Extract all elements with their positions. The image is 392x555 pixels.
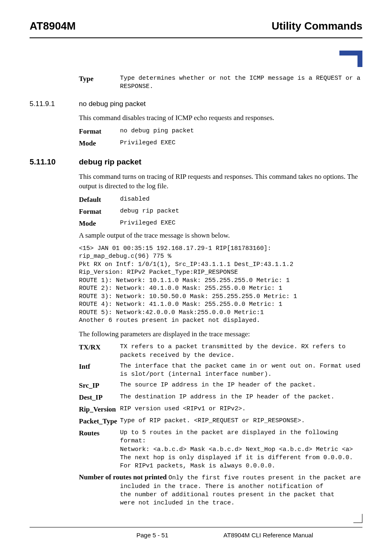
type-value: Type determines whether or not the ICMP … [120,74,362,91]
param-row-4-value: RIP version used <RIPv1 or RIPv2>. [120,405,246,414]
s51110-row-0-label: Default [79,195,120,205]
params-intro: The following parameters are displayed i… [79,330,362,339]
param-row-3: Dest_IPThe destination IP address in the… [79,393,362,402]
section-51110-intro: This command turns on tracing of RIP req… [79,172,362,191]
last-param-value-cont-3: were not included in the trace. [120,499,362,507]
param-row-1-label: Intf [79,362,120,379]
s51110-row-2-value: Privileged EXEC [120,219,175,229]
param-row-4-label: Rip_Version [79,405,120,414]
section-51191-intro: This command disables tracing of ICMP ec… [79,113,362,123]
last-param: Number of routes not printed Only the fi… [79,473,362,507]
section-51110-title: debug rip packet [79,157,141,167]
page-header: AT8904M Utility Commands [30,20,362,37]
s51110-row-1: Formatdebug rip packet [79,207,362,217]
header-left: AT8904M [30,20,76,32]
last-param-value: Only the first five routes present in th… [168,474,361,481]
param-row-4: Rip_VersionRIP version used <RIPv1 or RI… [79,405,362,414]
page-footer: Page 5 - 51 AT8904M CLI Reference Manual [30,514,362,539]
param-row-3-value: The destination IP address in the IP hea… [120,393,334,402]
section-51191-head: 5.11.9.1 no debug ping packet [30,99,362,109]
section-51110-head: 5.11.10 debug rip packet [30,157,362,167]
s51110-row-2-label: Mode [79,219,120,229]
param-row-2: Src_IPThe source IP address in the IP he… [79,381,362,391]
param-row-2-value: The source IP address in the IP header o… [120,381,316,391]
page-body: Type Type determines whether or not the … [79,74,362,507]
type-label: Type [79,74,120,91]
footer-corner [30,514,362,523]
footer-rule [30,527,362,527]
param-row-5-value: Type of RIP packet. <RIP_REQUEST or RIP_… [120,417,305,426]
param-row-5-label: Packet_Type [79,417,120,426]
s51110-row-0: Defaultdisabled [79,195,362,205]
s51110-row-2: ModePrivileged EXEC [79,219,362,229]
param-row-1: IntfThe interface that the packet came i… [79,362,362,379]
type-row: Type Type determines whether or not the … [79,74,362,91]
s51191-row-1-label: Mode [79,139,120,148]
param-row-5: Packet_TypeType of RIP packet. <RIP_REQU… [79,417,362,426]
param-row-0-value: TX refers to a packet transmitted by the… [120,343,362,360]
param-row-6-value: Up to 5 routes in the packet are display… [120,429,362,470]
param-row-2-label: Src_IP [79,381,120,391]
s51110-row-0-value: disabled [120,195,150,205]
param-row-1-value: The interface that the packet came in or… [120,362,362,379]
header-rule [30,37,362,38]
last-param-label: Number of routes not printed [79,473,167,481]
section-51110-num: 5.11.10 [30,157,79,167]
logo-area [30,51,362,67]
s51191-row-1-value: Privileged EXEC [120,139,175,148]
s51110-row-1-label: Format [79,207,120,217]
param-row-0: TX/RXTX refers to a packet transmitted b… [79,343,362,360]
section-51191-num: 5.11.9.1 [30,99,79,109]
footer-doc: AT8904M CLI Reference Manual [224,532,313,539]
last-param-value-cont-2: the number of additional routes present … [120,491,362,499]
param-row-3-label: Dest_IP [79,393,120,402]
param-row-0-label: TX/RX [79,343,120,360]
section-51191-title: no debug ping packet [79,99,146,109]
s51191-row-0: Formatno debug ping packet [79,127,362,136]
param-row-6: RoutesUp to 5 routes in the packet are d… [79,429,362,470]
corner-logo-icon [339,51,362,67]
header-right: Utility Commands [272,20,362,32]
corner-mark-icon [353,514,362,523]
footer-page: Page 5 - 51 [136,532,168,539]
sample-intro: A sample output of the trace message is … [79,231,362,240]
sample-output: <15> JAN 01 00:35:15 192.168.17.29-1 RIP… [79,245,362,325]
s51191-row-1: ModePrivileged EXEC [79,139,362,148]
s51191-row-0-value: no debug ping packet [120,127,194,136]
last-param-value-cont-1: included in the trace. There is another … [120,483,362,491]
s51110-row-1-value: debug rip packet [120,207,179,217]
s51191-row-0-label: Format [79,127,120,136]
param-row-6-label: Routes [79,429,120,470]
